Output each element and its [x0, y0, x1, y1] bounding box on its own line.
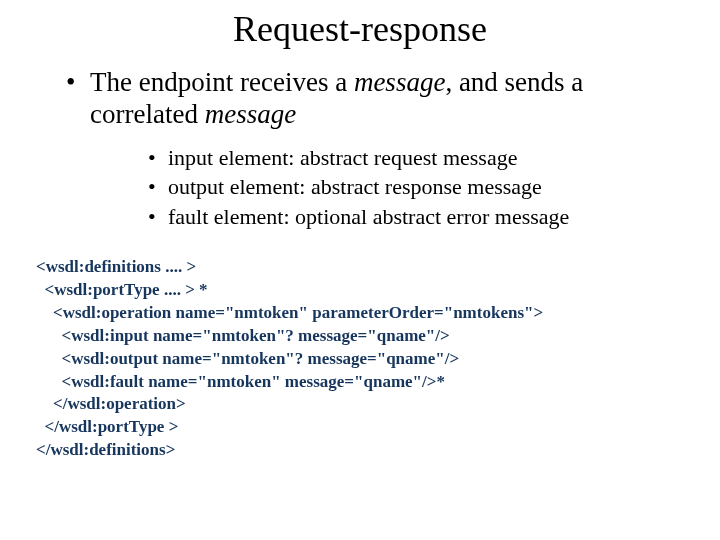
sub-bullet-list: •input element: abstract request message… — [30, 143, 690, 232]
sub-bullet: •output element: abstract response messa… — [148, 172, 690, 202]
sub-bullet-text: input element: abstract request message — [168, 145, 517, 170]
sub-bullet-text: output element: abstract response messag… — [168, 174, 542, 199]
sub-bullet: •input element: abstract request message — [148, 143, 690, 173]
bullet-icon: • — [66, 66, 90, 98]
main-bullet: •The endpoint receives a message, and se… — [30, 66, 690, 131]
sub-bullet: •fault element: optional abstract error … — [148, 202, 690, 232]
main-bullet-italic-1: message — [354, 67, 445, 97]
bullet-icon: • — [148, 172, 168, 202]
bullet-icon: • — [148, 202, 168, 232]
main-bullet-text-1: The endpoint receives a — [90, 67, 354, 97]
bullet-icon: • — [148, 143, 168, 173]
sub-bullet-text: fault element: optional abstract error m… — [168, 204, 569, 229]
slide-title: Request-response — [30, 8, 690, 50]
main-bullet-italic-2: message — [205, 99, 296, 129]
code-block: <wsdl:definitions .... > <wsdl:portType … — [36, 256, 690, 462]
